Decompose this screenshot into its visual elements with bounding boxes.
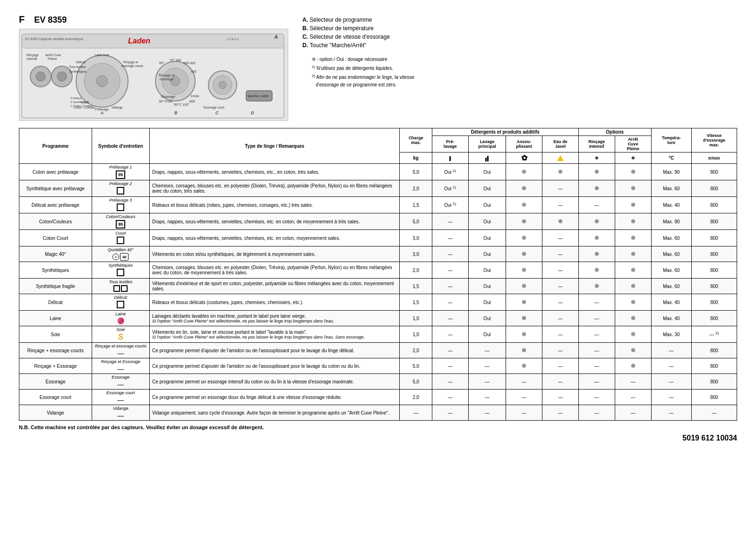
cell-arret-cuve: ❊ <box>615 343 651 358</box>
cell-symbole: Coton/Couleurs95 <box>92 213 149 230</box>
cell-assou: ❊ <box>506 358 542 374</box>
cell-lavage: Oui <box>468 246 506 262</box>
cell-arret-cuve: ❊ <box>615 180 651 197</box>
svg-text:Vidange: Vidange <box>112 106 123 110</box>
cell-vitesse: 800 <box>691 279 737 294</box>
cell-vitesse: 800 <box>691 262 737 279</box>
cell-type: Ce programme permet d'ajouter de l'amido… <box>149 358 400 374</box>
cell-symbole: Prélavage 3 <box>92 197 149 213</box>
cell-pre-lavage: — <box>432 262 468 279</box>
cell-eau-javel: — <box>542 246 578 262</box>
cell-temp: Max. 60 <box>651 279 691 294</box>
cell-charge: 3,0 <box>400 246 432 262</box>
cell-rincage: — <box>578 358 615 374</box>
svg-text:Intensif: Intensif <box>26 57 37 60</box>
cell-assou: ❊ <box>506 164 542 180</box>
cell-type: Draps, nappes, sous-vêtements, serviette… <box>149 213 400 230</box>
cell-arret-cuve: ❊ <box>615 164 651 180</box>
cell-type: Vêtements en lin, soie, laine et viscose… <box>149 326 400 343</box>
cell-arret-cuve: ❊ <box>615 213 651 230</box>
model-ev: EV 8359 <box>34 15 67 25</box>
th-vitesse: Vitessed'essoragemax. <box>691 128 737 153</box>
cell-symbole: Rinçage et Essorage— <box>92 358 149 374</box>
cell-charge: 2,0 <box>400 390 432 405</box>
cell-arret-cuve: ❊ <box>615 358 651 374</box>
cell-charge: 2,0 <box>400 343 432 358</box>
svg-text:essorage courts: essorage courts <box>121 64 144 68</box>
cell-programme: Synthétique fragile <box>19 279 92 294</box>
cell-pre-lavage: — <box>432 390 468 405</box>
th-bars-pre <box>432 153 468 164</box>
cell-type: Rideaux et tissus délicats (costumes, ju… <box>149 294 400 311</box>
cell-eau-javel: — <box>542 262 578 279</box>
table-row: Coton CourtCourtDraps, nappes, sous-vête… <box>19 230 737 246</box>
cell-programme: Coton avec prélavage <box>19 164 92 180</box>
cell-pre-lavage: Oui 1) <box>432 197 468 213</box>
cell-pre-lavage: — <box>432 405 468 421</box>
cell-temp: Max. 60 <box>651 262 691 279</box>
label-b: B. Sélecteur de température <box>302 25 737 32</box>
th-temp: Tempéra-ture <box>651 128 691 153</box>
svg-text:3 Délicat: 3 Délicat <box>70 97 82 100</box>
table-row: SynthétiquesSynthétiquesChemises, corsag… <box>19 262 737 279</box>
cell-lavage: — <box>468 405 506 421</box>
cell-rincage: — <box>578 311 615 326</box>
svg-text:2 Synthétiques: 2 Synthétiques <box>70 101 89 103</box>
cell-vitesse: 800 <box>691 358 737 374</box>
table-row: Délicat avec prélavagePrélavage 3Rideaux… <box>19 197 737 213</box>
cell-vitesse: 800 <box>691 311 737 326</box>
cell-arret-cuve: ❊ <box>615 262 651 279</box>
cell-assou: — <box>506 405 542 421</box>
th-sym-rincage: ❊ <box>578 153 615 164</box>
table-row: Essorage courtEssorage court—Ce programm… <box>19 390 737 405</box>
th-pre-lavage: Pré-lavage <box>432 136 468 153</box>
cell-vitesse: — 2) <box>691 326 737 343</box>
th-sym-assou: ✿ <box>506 153 542 164</box>
cell-eau-javel: — <box>542 343 578 358</box>
svg-text:400: 400 <box>191 70 197 73</box>
cell-arret-cuve: ❊ <box>615 294 651 311</box>
cell-programme: Délicat avec prélavage <box>19 197 92 213</box>
cell-vitesse: 800 <box>691 213 737 230</box>
cell-charge: 1,5 <box>400 279 432 294</box>
table-row: Rinçage + essorage courtsRinçage et esso… <box>19 343 737 358</box>
cell-temp: — <box>651 390 691 405</box>
table-row: LaineLaine🧶Lainages déclarés lavables en… <box>19 311 737 326</box>
cell-eau-javel: — <box>542 180 578 197</box>
cell-lavage: Oui <box>468 164 506 180</box>
cell-eau-javel: — <box>542 390 578 405</box>
cell-lavage: Oui <box>468 213 506 230</box>
svg-text:Essorage court: Essorage court <box>204 106 224 110</box>
cell-arret-cuve: ❊ <box>615 246 651 262</box>
cell-charge: 2,0 <box>400 262 432 279</box>
cell-symbole: Quotidien 40°⊛40 <box>92 246 149 262</box>
svg-text:Tous textiles: Tous textiles <box>69 65 86 68</box>
cell-symbole: Vidange— <box>92 405 149 421</box>
cell-programme: Magic 40° <box>19 246 92 262</box>
cell-type: Vêtements en coton et/ou synthétiques, d… <box>149 246 400 262</box>
svg-text:Arrêt Cuve: Arrêt Cuve <box>45 53 61 57</box>
cell-symbole: Essorage— <box>92 374 149 390</box>
cell-temp: Max. 90 <box>651 213 691 230</box>
svg-text:Délicat: Délicat <box>76 60 86 64</box>
cell-eau-javel: — <box>542 197 578 213</box>
note-1: ❊ : option / Oui : dosage nécessaire <box>312 56 737 63</box>
cell-charge: — <box>400 405 432 421</box>
label-a: A. Sélecteur de programme <box>302 17 737 23</box>
cell-eau-javel: — <box>542 405 578 421</box>
svg-point-16 <box>96 76 108 87</box>
cell-charge: 5,0 <box>400 164 432 180</box>
th-options: Options <box>578 128 651 136</box>
th-type: Type de linge / Remarques <box>149 128 400 164</box>
svg-text:Pleine: Pleine <box>48 57 57 60</box>
main-table: Programme Symbole d'entretien Type de li… <box>19 128 737 421</box>
cell-lavage: — <box>468 374 506 390</box>
svg-text:°80°C  100°: °80°C 100° <box>173 103 189 106</box>
header-section: F EV 8359 Laden EV 8359 Capacité variabl… <box>19 14 737 121</box>
svg-text:essorage: essorage <box>160 77 173 81</box>
cell-symbole: Tous textiles <box>92 279 149 294</box>
note-2: 1) N'utilisez pas de détergents liquides… <box>312 64 737 72</box>
cell-pre-lavage: — <box>432 213 468 230</box>
cell-rincage: — <box>578 374 615 390</box>
cell-assou: ❊ <box>506 230 542 246</box>
